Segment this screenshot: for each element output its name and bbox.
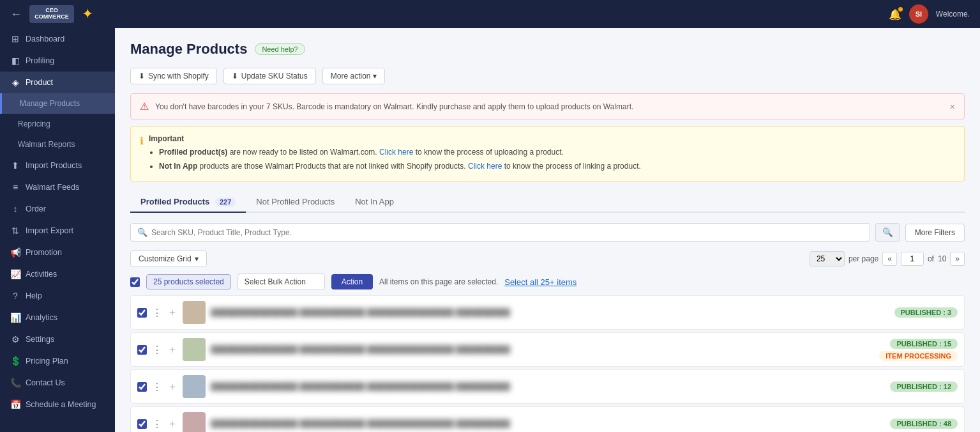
row-menu-icon[interactable]: ⋮ [152, 344, 162, 356]
alert-red: ⚠ You don't have barcodes in your 7 SKUs… [130, 93, 965, 120]
chevron-down-icon: ▾ [195, 254, 199, 263]
alert-yellow-title: Important [149, 134, 641, 143]
row-add-icon[interactable]: ＋ [167, 380, 177, 394]
toolbar: ⬇ Sync with Shopify ⬇ Update SKU Status … [130, 68, 965, 84]
per-page-select[interactable]: 25 50 100 [810, 251, 845, 266]
sidebar-item-dashboard[interactable]: ⊞ Dashboard [0, 28, 115, 50]
walmart-feeds-icon: ≡ [10, 182, 20, 192]
row-add-icon[interactable]: ＋ [167, 306, 177, 320]
import-export-icon: ⇅ [10, 226, 20, 236]
sidebar-label-activities: Activities [26, 270, 57, 279]
row-menu-icon[interactable]: ⋮ [152, 418, 162, 430]
product-info: ████████████████ ████████████ ██████████… [211, 382, 885, 391]
sidebar-item-schedule-meeting[interactable]: 📅 Schedule a Meeting [0, 394, 115, 415]
row-checkbox[interactable] [137, 345, 147, 355]
alert-close-button[interactable]: × [950, 102, 955, 112]
sidebar-label-dashboard: Dashboard [26, 35, 64, 43]
sidebar-item-profiling[interactable]: ◧ Profiling [0, 50, 115, 72]
product-icon: ◈ [10, 77, 20, 88]
alert-red-message: You don't have barcodes in your 7 SKUs. … [155, 102, 633, 111]
need-help-badge[interactable]: Need help? [255, 43, 305, 55]
search-row: 🔍 🔍 More Filters [130, 223, 965, 242]
topbar: ← CEO COMMERCE ✦ 🔔 SI Welcome. [0, 0, 980, 28]
sidebar-label-walmart-feeds: Walmart Feeds [26, 183, 79, 192]
click-here-link-link[interactable]: Click here [468, 162, 502, 171]
import-products-icon: ⬆ [10, 160, 20, 171]
ceo-commerce-logo: CEO COMMERCE [29, 5, 74, 23]
product-table: ⋮ ＋ ████████████████ ████████████ ██████… [130, 295, 965, 432]
row-checkbox[interactable] [137, 419, 147, 429]
sidebar-item-walmart-feeds[interactable]: ≡ Walmart Feeds [0, 176, 115, 198]
sidebar-item-import-products[interactable]: ⬆ Import Products [0, 155, 115, 176]
sidebar-item-activities[interactable]: 📈 Activities [0, 263, 115, 285]
select-all-checkbox[interactable] [130, 277, 140, 287]
sync-shopify-button[interactable]: ⬇ Sync with Shopify [130, 68, 217, 84]
sidebar-label-pricing-plan: Pricing Plan [26, 357, 68, 366]
page-input[interactable] [901, 252, 924, 266]
row-checkbox[interactable] [137, 308, 147, 318]
help-icon: ? [10, 291, 20, 301]
published-badge: PUBLISHED : 48 [890, 419, 958, 429]
sidebar-item-settings[interactable]: ⚙ Settings [0, 328, 115, 350]
bell-icon[interactable]: 🔔 [889, 8, 901, 20]
grid-controls-row: Customize Grid ▾ 25 50 100 per page « of… [130, 251, 965, 267]
warning-icon: ⚠ [140, 100, 149, 112]
back-button[interactable]: ← [10, 8, 22, 21]
logo-text: CEO COMMERCE [34, 8, 69, 20]
action-button[interactable]: Action [331, 274, 373, 289]
search-button[interactable]: 🔍 [875, 223, 900, 242]
contact-us-icon: 📞 [10, 378, 20, 388]
more-filters-button[interactable]: More Filters [905, 224, 965, 242]
row-checkbox[interactable] [137, 382, 147, 392]
sidebar-item-product[interactable]: ◈ Product [0, 72, 115, 93]
sidebar-item-import-export[interactable]: ⇅ Import Export [0, 220, 115, 242]
select-all-link[interactable]: Select all 25+ items [504, 277, 577, 287]
sidebar-item-order[interactable]: ↕ Order [0, 198, 115, 220]
sidebar-label-contact-us: Contact Us [26, 378, 65, 387]
sidebar-item-analytics[interactable]: 📊 Analytics [0, 307, 115, 328]
chevron-down-icon: ▾ [373, 72, 377, 81]
tab-not-in-app[interactable]: Not In App [345, 192, 404, 213]
sidebar-label-order: Order [26, 204, 46, 213]
alert-yellow: ℹ Important Profiled product(s) are now … [130, 126, 965, 181]
notification-dot [898, 7, 903, 12]
update-sku-button[interactable]: ⬇ Update SKU Status [223, 68, 316, 84]
search-box[interactable]: 🔍 [130, 223, 870, 242]
click-here-upload-link[interactable]: Click here [379, 148, 413, 157]
last-page-button[interactable]: » [950, 252, 965, 266]
row-menu-icon[interactable]: ⋮ [152, 307, 162, 319]
sidebar-label-repricing: Repricing [18, 120, 50, 128]
tab-not-profiled[interactable]: Not Profiled Products [246, 192, 345, 213]
more-action-button[interactable]: More action ▾ [322, 68, 386, 84]
sidebar-item-pricing-plan[interactable]: 💲 Pricing Plan [0, 350, 115, 372]
tabs: Profiled Products 227 Not Profiled Produ… [130, 192, 965, 213]
row-add-icon[interactable]: ＋ [167, 417, 177, 431]
row-menu-icon[interactable]: ⋮ [152, 381, 162, 393]
sidebar-item-contact-us[interactable]: 📞 Contact Us [0, 372, 115, 394]
sidebar-item-help[interactable]: ? Help [0, 285, 115, 307]
search-icon: 🔍 [137, 228, 147, 237]
sidebar-item-repricing[interactable]: Repricing [0, 114, 115, 134]
sidebar-label-walmart-reports: Walmart Reports [18, 140, 75, 149]
first-page-button[interactable]: « [882, 252, 897, 266]
published-badge: PUBLISHED : 15 [890, 339, 958, 349]
analytics-icon: 📊 [10, 312, 20, 323]
search-input[interactable] [151, 228, 863, 237]
product-thumbnail [183, 338, 206, 361]
table-row: ⋮ ＋ ████████████████ ████████████ ██████… [130, 406, 965, 432]
product-thumbnail [183, 301, 206, 324]
dashboard-icon: ⊞ [10, 34, 20, 44]
sidebar-item-manage-products[interactable]: Manage Products [0, 93, 115, 114]
customize-grid-button[interactable]: Customize Grid ▾ [130, 251, 207, 267]
sidebar-item-walmart-reports[interactable]: Walmart Reports [0, 134, 115, 155]
bulk-action-select[interactable]: Select Bulk Action [237, 274, 325, 290]
total-pages: 10 [938, 254, 946, 263]
page-title: Manage Products [130, 41, 247, 58]
row-add-icon[interactable]: ＋ [167, 343, 177, 357]
sidebar-item-promotion[interactable]: 📢 Promotion [0, 242, 115, 263]
table-row: ⋮ ＋ ████████████████ ████████████ ██████… [130, 295, 965, 330]
sidebar-label-manage-products: Manage Products [20, 99, 80, 108]
tab-profiled-products[interactable]: Profiled Products 227 [130, 192, 246, 213]
avatar[interactable]: SI [909, 4, 928, 24]
sidebar-label-help: Help [26, 291, 42, 300]
